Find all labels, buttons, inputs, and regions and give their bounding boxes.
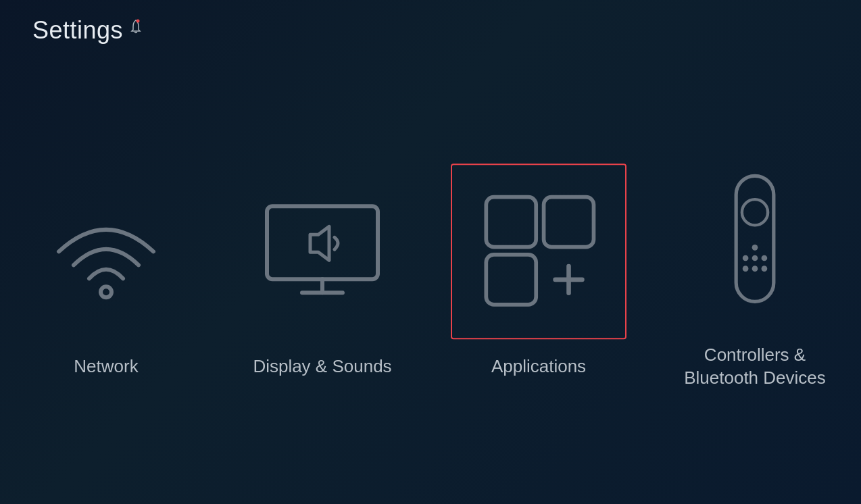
svg-point-15 [752,255,758,261]
svg-rect-5 [486,197,536,247]
wifi-icon [45,201,167,302]
display-sounds-label: Display & Sounds [253,355,391,378]
svg-point-12 [752,245,758,251]
network-label: Network [74,355,138,378]
page-title: Settings [32,16,143,45]
svg-point-18 [752,266,758,272]
controllers-icon [721,171,789,309]
applications-icon-container [451,163,626,339]
svg-point-11 [742,199,768,225]
applications-label: Applications [491,355,586,378]
settings-grid: Network Display & Sounds [0,152,861,390]
controllers-icon-container [667,152,843,328]
svg-point-16 [743,266,749,272]
display-sounds-icon [262,199,383,303]
svg-point-17 [762,266,768,272]
settings-item-display-sounds[interactable]: Display & Sounds [235,163,410,378]
svg-point-13 [743,255,749,261]
applications-icon [474,189,603,313]
settings-title: Settings [32,16,123,45]
svg-rect-2 [267,206,378,279]
settings-item-controllers[interactable]: Controllers &Bluetooth Devices [667,152,843,390]
svg-point-14 [762,255,768,261]
svg-point-0 [137,20,140,23]
svg-rect-7 [486,255,536,305]
controllers-label: Controllers &Bluetooth Devices [684,344,826,390]
bell-icon [128,19,143,37]
settings-item-network[interactable]: Network [18,163,194,378]
network-icon-container [18,163,194,339]
display-icon-container [235,163,410,339]
svg-point-1 [101,286,112,297]
svg-rect-6 [544,197,594,247]
svg-rect-10 [736,176,774,301]
settings-item-applications[interactable]: Applications [451,163,626,378]
